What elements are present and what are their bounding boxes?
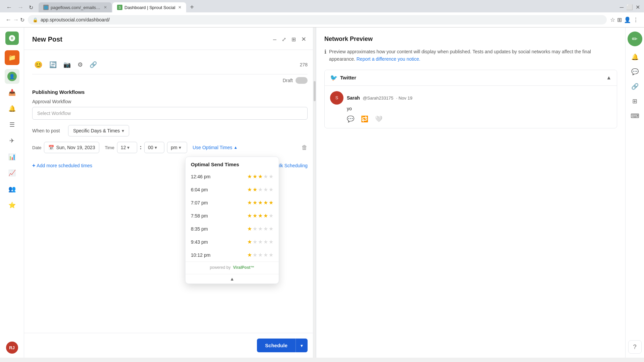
optimal-time-item-1[interactable]: 12:46 pm ★ ★ ★ ★ ★ (185, 170, 279, 183)
schedule-button[interactable]: Schedule (257, 339, 296, 352)
link-chain-icon: 🔗 (631, 83, 639, 90)
extension-icon[interactable]: ⊞ (617, 16, 622, 23)
back-button[interactable]: ← (4, 3, 14, 12)
link-button[interactable]: 🔗 (88, 59, 99, 70)
right-sidebar-notifications[interactable]: 🔔 (628, 50, 642, 64)
right-sidebar-grid[interactable]: ⊞ (628, 95, 642, 108)
expand-panel-button[interactable]: ⤢ (280, 35, 287, 44)
sidebar-item-notifications[interactable]: 🔔 (5, 101, 19, 116)
sidebar-item-analytics[interactable]: 📊 (5, 149, 19, 164)
tab-close-pageflows[interactable]: ✕ (104, 5, 107, 10)
sidebar-item-folder[interactable]: 📁 (5, 50, 19, 65)
right-sidebar-messages[interactable]: 💬 (628, 65, 642, 78)
right-sidebar-help[interactable]: ? (628, 340, 642, 354)
filter-button[interactable]: ⚙ (75, 59, 85, 70)
close-panel-button[interactable]: ✕ (300, 34, 308, 44)
tweet-author-row: S Sarah @Sarah233175 · Nov 19 (330, 91, 611, 105)
date-input[interactable]: 📅 Sun, Nov 19, 2023 (44, 142, 99, 153)
hour-select[interactable]: 12 ▾ (117, 142, 137, 153)
url-bar[interactable]: 🔒 app.sproutsocial.com/dashboard/ (28, 15, 607, 24)
close-window[interactable]: ✕ (636, 4, 640, 10)
forward-button[interactable]: → (15, 3, 25, 12)
optimal-stars-1: ★ ★ ★ ★ ★ (247, 173, 273, 180)
twitter-name: Twitter (340, 75, 356, 80)
sidebar-item-team[interactable]: 👥 (5, 182, 19, 196)
reload-button[interactable]: ↻ (27, 3, 35, 12)
menu-icon[interactable]: ⋮ (633, 16, 639, 23)
star-icon: ⭐ (8, 201, 16, 209)
optimal-time-item-6[interactable]: 9:43 pm ★ ★ ★ ★ ★ (185, 235, 279, 248)
hour-chevron-icon: ▾ (127, 145, 129, 150)
right-sidebar-link[interactable]: 🔗 (628, 80, 642, 93)
optimal-time-item-7[interactable]: 10:12 pm ★ ★ ★ ★ ★ (185, 248, 279, 261)
schedule-dropdown-button[interactable]: ▾ (296, 339, 308, 352)
scroll-thumb[interactable] (314, 81, 316, 101)
tab-pageflows[interactable]: 🌐 pageflows.com/_emails/_/7fb5c... ✕ (39, 2, 112, 12)
twitter-chevron-up-icon[interactable]: ▲ (606, 75, 611, 81)
like-icon[interactable]: 🤍 (375, 115, 382, 123)
report-difference-link[interactable]: Report a difference you notice. (357, 56, 420, 62)
grid-panel-button[interactable]: ⊞ (290, 35, 297, 44)
minimize-window[interactable]: ─ (620, 4, 624, 10)
tweet-date: · Nov 19 (396, 96, 412, 101)
profile-icon[interactable]: 👤 (624, 16, 631, 23)
nav-forward[interactable]: → (13, 16, 19, 23)
optimal-title: Optimal Send Times (191, 162, 239, 167)
use-optimal-times-button[interactable]: Use Optimal Times ▲ (193, 145, 237, 150)
date-label: Date (32, 145, 41, 150)
sidebar-item-listening[interactable]: 📈 (5, 166, 19, 180)
sidebar-item-list[interactable]: ☰ (5, 117, 19, 132)
add-times-label: Add more scheduled times (37, 163, 92, 168)
refresh-button[interactable]: 🔄 (47, 59, 59, 70)
editor-toolbar: 😊 🔄 📷 ⚙ 🔗 278 (32, 55, 308, 74)
minute-select[interactable]: 00 ▾ (144, 142, 164, 153)
optimal-time-5-value: 8:35 pm (191, 226, 208, 232)
tweet-author-handle: @Sarah233175 (363, 96, 393, 101)
when-select[interactable]: Specific Days & Times ▾ (68, 125, 129, 136)
optimal-time-item-4[interactable]: 7:58 pm ★ ★ ★ ★ ★ (185, 209, 279, 222)
retweet-icon[interactable]: 🔁 (361, 115, 368, 123)
optimal-stars-5: ★ ★ ★ ★ ★ (247, 226, 273, 232)
user-avatar[interactable]: RJ (6, 342, 18, 354)
tab-sprout[interactable]: S Dashboard | Sprout Social ✕ (112, 2, 186, 12)
optimal-time-item-2[interactable]: 6:04 pm ★ ★ ★ ★ ★ (185, 183, 279, 196)
preview-description: Preview approximates how your content wi… (329, 48, 617, 63)
image-button[interactable]: 📷 (61, 59, 73, 70)
optimal-time-6-value: 9:43 pm (191, 239, 208, 245)
sidebar-item-inbox[interactable]: 📥 (5, 85, 19, 100)
sidebar-item-send[interactable]: ✈ (5, 133, 19, 148)
workflow-select[interactable]: Select Workflow (32, 107, 308, 120)
add-more-times-button[interactable]: + Add more scheduled times (32, 163, 92, 169)
tab-bar: ← → ↻ 🌐 pageflows.com/_emails/_/7fb5c...… (0, 0, 644, 12)
use-optimal-label: Use Optimal Times (193, 145, 232, 150)
sidebar-item-profile[interactable]: 👤 (5, 69, 19, 84)
nav-back[interactable]: ← (5, 16, 11, 23)
ampm-select[interactable]: pm ▾ (167, 142, 187, 153)
app-logo[interactable] (5, 32, 19, 45)
bookmark-icon[interactable]: ☆ (610, 16, 615, 23)
tweet-card: S Sarah @Sarah233175 · Nov 19 yo 💬 🔁 � (325, 86, 617, 128)
draft-toggle[interactable] (296, 77, 308, 84)
optimal-stars-7: ★ ★ ★ ★ ★ (247, 252, 273, 258)
optimal-time-item-3[interactable]: 7:07 pm ★ ★ ★ ★ ★ (185, 196, 279, 209)
when-select-value: Specific Days & Times (73, 128, 120, 133)
reply-icon[interactable]: 💬 (347, 115, 354, 123)
delete-time-button[interactable]: 🗑 (302, 144, 308, 151)
tab-close-sprout[interactable]: ✕ (178, 5, 181, 10)
panel-header-actions: – ⤢ ⊞ ✕ (272, 34, 308, 44)
right-sidebar-keyboard[interactable]: ⌨ (628, 109, 642, 123)
twitter-section: 🐦 Twitter ▲ S Sarah @Sarah233175 · Nov 1… (324, 70, 617, 128)
compose-fab-button[interactable]: ✏ (628, 32, 642, 46)
collapse-optimal-button[interactable]: ▲ (185, 274, 279, 284)
left-sidebar: 📁 👤 📥 🔔 ☰ ✈ 📊 📈 👥 ⭐ RJ (0, 27, 24, 358)
grid-view-icon: ⊞ (632, 98, 637, 105)
new-tab-button[interactable]: + (187, 2, 198, 12)
when-to-post: When to post Specific Days & Times ▾ (32, 125, 308, 136)
optimal-time-item-5[interactable]: 8:35 pm ★ ★ ★ ★ ★ (185, 222, 279, 235)
sidebar-item-favorites[interactable]: ⭐ (5, 198, 19, 213)
scrollbar[interactable] (313, 27, 316, 358)
restore-window[interactable]: ⬜ (626, 4, 633, 10)
emoji-button[interactable]: 😊 (32, 59, 45, 71)
nav-reload[interactable]: ↻ (20, 17, 24, 23)
minimize-panel-button[interactable]: – (272, 35, 278, 44)
